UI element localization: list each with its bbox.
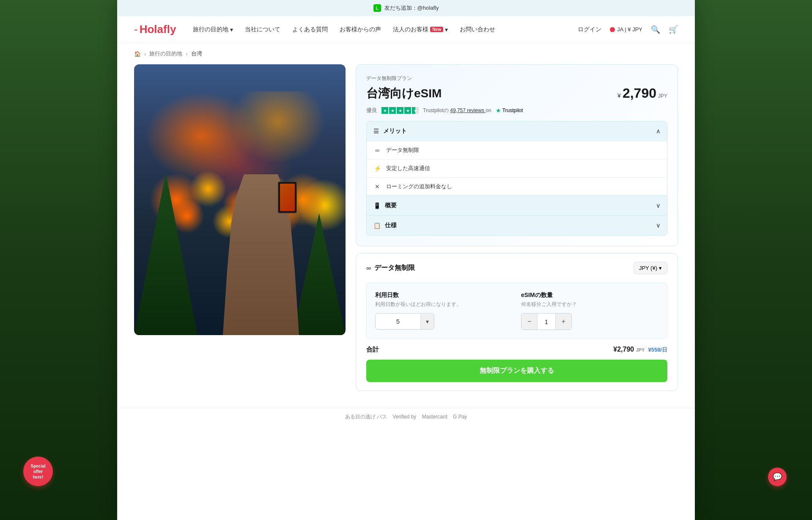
overview-icon: 📱	[373, 202, 381, 209]
accordion-merits-body: ∞ データ無制限 ⚡ 安定した高速通信 ✕ ローミングの追加料金なし	[367, 141, 667, 195]
top-banner: L 友だち追加：@holafly	[117, 0, 695, 16]
nav-contact[interactable]: お問い合わせ	[460, 26, 495, 33]
product-title: 台湾向けeSIM	[366, 85, 442, 102]
total-per-day: ¥558/日	[648, 346, 667, 354]
main-nav: 旅行の目的地 ▾ 当社について よくある質問 お客様からの声 法人のお客様 Ne…	[193, 26, 561, 33]
chevron-down-icon: ▾	[659, 265, 662, 271]
footer-payment-text: ある目の逃げ パス Verified by Mastercard G Pay	[345, 413, 467, 421]
breadcrumb-sep1: ›	[144, 51, 146, 57]
esim-label: eSIMの数量	[521, 292, 658, 299]
accordion-overview: 📱 概要 ∨	[367, 196, 667, 216]
cart-icon[interactable]: 🛒	[669, 25, 678, 34]
star-3: ★	[397, 107, 403, 114]
total-row: 合計 ¥2,790 JPY ¥558/日	[366, 346, 667, 354]
chevron-down-icon: ▾	[230, 26, 233, 33]
accordion-merits: ☰ メリット ∧ ∞ データ無制限 ⚡	[367, 121, 667, 196]
total-prices: ¥2,790 JPY ¥558/日	[613, 346, 667, 354]
trustpilot-text: Trustpilotの 49,757 reviews on	[423, 107, 491, 114]
breadcrumb-current: 台湾	[191, 50, 202, 58]
product-header: 台湾向けeSIM ¥ 2,790 JPY	[366, 85, 667, 102]
days-col: 利用日数 利用日数が長いほどお得になります。 5 ▾	[375, 292, 513, 330]
accordion-specs: 📋 仕様 ∨	[367, 216, 667, 235]
esim-value: 1	[538, 318, 555, 325]
stars: ★ ★ ★ ★ ★	[381, 107, 419, 114]
product-tag: データ無制限プラン	[366, 75, 667, 82]
product-image	[134, 64, 346, 335]
chevron-down-icon: ∨	[656, 222, 660, 229]
esim-decrease-button[interactable]: −	[521, 314, 538, 330]
total-label: 合計	[366, 346, 379, 354]
price-value: 2,790	[623, 85, 656, 101]
japan-flag	[610, 27, 615, 32]
pricing-options: 利用日数 利用日数が長いほどお得になります。 5 ▾ eSIMの数量 何名様分ご…	[366, 283, 667, 339]
total-main-price: ¥2,790 JPY	[613, 346, 645, 353]
line-icon: L	[373, 4, 381, 12]
rating-label: 優良	[366, 107, 377, 114]
chat-button[interactable]: 💬	[768, 468, 787, 486]
currency-selector[interactable]: JPY (¥) ▾	[634, 262, 667, 274]
new-badge: New	[430, 27, 443, 32]
header-right: ログイン JA | ¥ JPY 🔍 🛒	[578, 25, 678, 34]
accordion-overview-header[interactable]: 📱 概要 ∨	[367, 196, 667, 215]
breadcrumb-sep2: ›	[186, 51, 187, 57]
star-4: ★	[404, 107, 411, 114]
pricing-row: 利用日数 利用日数が長いほどお得になります。 5 ▾ eSIMの数量 何名様分ご…	[375, 292, 658, 330]
product-price: ¥ 2,790 JPY	[617, 85, 667, 101]
nav-business[interactable]: 法人のお客様 New ▾	[393, 26, 448, 33]
product-panel: データ無制限プラン 台湾向けeSIM ¥ 2,790 JPY 優良 ★ ★ ★	[356, 64, 678, 391]
pricing-card: ∞ データ無制限 JPY (¥) ▾ 利用日数 利用日数が長いほどお得になります…	[356, 253, 678, 391]
days-dropdown-arrow[interactable]: ▾	[420, 314, 434, 329]
star-1: ★	[381, 107, 388, 114]
footer-hint: ある目の逃げ パス Verified by Mastercard G Pay	[117, 408, 695, 426]
chevron-down-icon: ∨	[656, 202, 660, 209]
merit-item-1: ∞ データ無制限	[367, 141, 667, 159]
trustpilot-logo: ★ Trustpilot	[496, 107, 523, 114]
accordion-specs-header[interactable]: 📋 仕様 ∨	[367, 216, 667, 235]
pricing-header: ∞ データ無制限 JPY (¥) ▾	[366, 262, 667, 274]
rating-row: 優良 ★ ★ ★ ★ ★ Trustpilotの 49,757 reviews …	[366, 107, 667, 114]
breadcrumb-home[interactable]: 🏠	[134, 51, 141, 57]
main-content: データ無制限プラン 台湾向けeSIM ¥ 2,790 JPY 優良 ★ ★ ★	[117, 64, 695, 408]
lightning-icon: ⚡	[373, 165, 381, 172]
total-currency: JPY	[636, 347, 645, 352]
trustpilot-star-icon: ★	[496, 107, 501, 114]
infinity-icon: ∞	[366, 264, 371, 272]
banner-text: 友だち追加：@holafly	[384, 4, 439, 12]
login-button[interactable]: ログイン	[578, 26, 601, 33]
breadcrumb-destinations[interactable]: 旅行の目的地	[149, 50, 182, 58]
language-selector[interactable]: JA | ¥ JPY	[610, 26, 642, 33]
logo[interactable]: - Holafly	[134, 23, 176, 36]
merit-item-2: ⚡ 安定した高速通信	[367, 159, 667, 177]
breadcrumb: 🏠 › 旅行の目的地 › 台湾	[117, 43, 695, 64]
search-icon[interactable]: 🔍	[651, 25, 660, 34]
nav-destinations[interactable]: 旅行の目的地 ▾	[193, 26, 233, 33]
price-currency: JPY	[658, 93, 667, 99]
accordion-merits-header[interactable]: ☰ メリット ∧	[367, 121, 667, 141]
days-sublabel: 利用日数が長いほどお得になります。	[375, 301, 513, 308]
specs-icon: 📋	[373, 222, 381, 229]
esim-col: eSIMの数量 何名様分ご入用ですか？ − 1 +	[521, 292, 658, 330]
nav-reviews[interactable]: お客様からの声	[340, 26, 381, 33]
no-roaming-icon: ✕	[373, 183, 381, 190]
star-5: ★	[412, 107, 419, 114]
infinity-icon: ∞	[373, 147, 381, 154]
esim-increase-button[interactable]: +	[555, 314, 571, 330]
chevron-up-icon: ∧	[656, 128, 660, 135]
day-selector: 5 ▾	[375, 313, 434, 330]
esim-sublabel: 何名様分ご入用ですか？	[521, 301, 658, 308]
accordion: ☰ メリット ∧ ∞ データ無制限 ⚡	[366, 121, 667, 236]
pricing-title: ∞ データ無制限	[366, 264, 415, 272]
nav-about[interactable]: 当社について	[245, 26, 280, 33]
days-value: 5	[376, 314, 420, 329]
price-yen: ¥	[617, 92, 621, 99]
trustpilot-link[interactable]: 49,757 reviews	[450, 107, 486, 113]
product-card: データ無制限プラン 台湾向けeSIM ¥ 2,790 JPY 優良 ★ ★ ★	[356, 64, 678, 246]
buy-button[interactable]: 無制限プランを購入する	[366, 360, 667, 382]
header: - Holafly 旅行の目的地 ▾ 当社について よくある質問 お客様からの声…	[117, 16, 695, 43]
nav-faq[interactable]: よくある質問	[292, 26, 328, 33]
chat-icon: 💬	[773, 472, 782, 481]
star-2: ★	[389, 107, 396, 114]
special-offer-badge[interactable]: Special offer here!	[23, 457, 53, 486]
days-label: 利用日数	[375, 292, 513, 299]
chevron-down-icon: ▾	[445, 26, 448, 33]
